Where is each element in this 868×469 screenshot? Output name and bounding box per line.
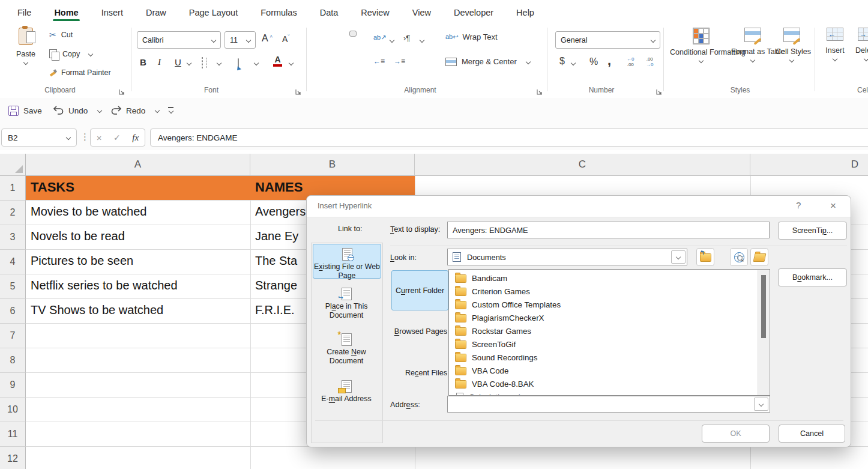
row-header-2[interactable]: 2 xyxy=(0,201,26,225)
reading-order-chevron[interactable] xyxy=(420,38,424,43)
file-list-item[interactable]: PlagiarismCheckerX xyxy=(449,311,770,324)
cell-b6[interactable]: F.R.I.E. xyxy=(255,303,295,317)
file-list-item[interactable]: Criterion Games xyxy=(449,285,770,298)
column-header-a[interactable]: A xyxy=(26,154,250,176)
format-as-table-chevron[interactable] xyxy=(750,58,755,62)
sidebar-item-existing-file[interactable]: Existing File or Web Page xyxy=(313,244,381,279)
bookmark-button[interactable]: Bookmark... xyxy=(778,268,847,286)
row-header-12[interactable]: 12 xyxy=(0,447,26,469)
look-in-chevron[interactable] xyxy=(671,250,686,264)
scrollbar-thumb[interactable] xyxy=(761,275,766,338)
sidebar-item-email-address[interactable]: E-mail Address xyxy=(313,380,380,404)
font-color-button[interactable]: A xyxy=(273,55,282,67)
decrease-indent-button[interactable]: ←≡ xyxy=(373,57,385,65)
decrease-decimal-button[interactable]: .00→0 xyxy=(646,57,653,68)
merge-center-chevron[interactable] xyxy=(526,59,531,64)
accounting-format-chevron[interactable] xyxy=(571,61,576,65)
row-header-11[interactable]: 11 xyxy=(0,422,26,447)
tab-formulas[interactable]: Formulas xyxy=(251,2,306,22)
cell-a1[interactable]: TASKS xyxy=(31,180,74,195)
number-format-chevron[interactable] xyxy=(651,37,656,42)
percent-style-button[interactable]: % xyxy=(589,56,598,67)
row-header-9[interactable]: 9 xyxy=(0,373,26,398)
cell-b3[interactable]: Jane Ey xyxy=(255,229,298,243)
ok-button[interactable]: OK xyxy=(702,425,770,443)
close-icon[interactable]: × xyxy=(830,200,836,212)
underline-button[interactable]: U xyxy=(175,57,181,67)
confirm-entry-icon[interactable]: ✓ xyxy=(113,133,121,142)
tab-developer[interactable]: Developer xyxy=(444,2,503,22)
decrease-font-size-button[interactable]: Aˇ xyxy=(282,34,290,44)
tab-review[interactable]: Review xyxy=(351,2,399,22)
sidebar-item-place-in-document[interactable]: ↪ Place in This Document xyxy=(313,288,380,320)
orientation-dropdown-chevron[interactable] xyxy=(390,38,394,43)
row-header-3[interactable]: 3 xyxy=(0,225,26,250)
borders-dropdown-chevron[interactable] xyxy=(217,61,222,65)
increase-indent-button[interactable]: →≡ xyxy=(394,57,405,65)
delete-cells-button[interactable]: → Delete xyxy=(852,28,868,61)
column-header-c[interactable]: C xyxy=(415,154,750,176)
row-header-8[interactable]: 8 xyxy=(0,348,26,373)
paste-button[interactable]: Paste xyxy=(11,28,41,64)
cell-b1[interactable]: NAMES xyxy=(255,180,303,195)
font-dialog-launcher[interactable] xyxy=(295,86,301,97)
recent-files-button[interactable]: Recent Files xyxy=(391,369,447,377)
tab-insert[interactable]: Insert xyxy=(92,2,133,22)
help-icon[interactable]: ? xyxy=(796,200,801,210)
align-bottom-button-selected[interactable] xyxy=(349,31,357,37)
tab-page-layout[interactable]: Page Layout xyxy=(179,2,247,22)
format-as-table-button[interactable]: Format as Table xyxy=(731,28,774,62)
redo-button[interactable]: Redo xyxy=(110,105,159,116)
underline-dropdown-chevron[interactable] xyxy=(187,61,191,65)
cell-styles-chevron[interactable] xyxy=(789,58,794,62)
screentip-button[interactable]: ScreenTip... xyxy=(778,222,847,240)
cell-a6[interactable]: TV Shows to be watched xyxy=(31,303,163,317)
alignment-dialog-launcher[interactable] xyxy=(537,86,543,97)
undo-button[interactable]: Undo xyxy=(53,105,101,116)
font-name-combobox[interactable]: Calibri xyxy=(137,31,221,49)
cell-a5[interactable]: Netflix series to be watched xyxy=(31,279,178,292)
file-list-item-partial[interactable]: Calculations.xlsx xyxy=(449,390,770,396)
accounting-format-button[interactable]: $ xyxy=(559,56,565,67)
file-list-item[interactable]: Rockstar Games xyxy=(449,324,770,337)
row-header-5[interactable]: 5 xyxy=(0,274,26,299)
file-list-item[interactable]: Sound Recordings xyxy=(449,351,770,364)
cancel-button[interactable]: Cancel xyxy=(779,425,845,443)
tab-view[interactable]: View xyxy=(403,2,441,22)
save-button[interactable]: Save xyxy=(8,106,42,116)
bold-button[interactable]: B xyxy=(140,57,146,67)
file-list-scrollbar[interactable] xyxy=(758,270,769,396)
comma-style-button[interactable]: , xyxy=(607,53,611,68)
customize-toolbar-button[interactable] xyxy=(168,107,173,113)
text-to-display-input[interactable]: Avengers: ENDGAME xyxy=(447,222,770,238)
row-header-10[interactable]: 10 xyxy=(0,398,26,422)
file-list-item[interactable]: VBA Code xyxy=(449,364,770,377)
name-box-chevron[interactable] xyxy=(66,135,71,140)
paste-dropdown-chevron[interactable] xyxy=(23,60,28,65)
file-list-item[interactable]: Custom Office Templates xyxy=(449,298,770,311)
cell-a2[interactable]: Movies to be watched xyxy=(31,205,146,219)
font-name-chevron[interactable] xyxy=(211,37,216,42)
cell-styles-button[interactable]: Cell Styles xyxy=(776,28,808,62)
cancel-entry-icon[interactable]: × xyxy=(97,133,102,143)
number-dialog-launcher[interactable] xyxy=(656,86,662,97)
name-box[interactable]: B2 xyxy=(1,129,77,147)
delete-cells-chevron[interactable] xyxy=(864,56,868,61)
formula-bar-splitter[interactable]: ⋮ xyxy=(80,132,89,142)
clipboard-dialog-launcher[interactable] xyxy=(119,86,125,97)
tab-home[interactable]: Home xyxy=(44,2,88,22)
increase-decimal-button[interactable]: ←0.00 xyxy=(627,57,634,68)
row-header-6[interactable]: 6 xyxy=(0,299,26,324)
tab-file[interactable]: File xyxy=(8,2,41,22)
formula-input[interactable]: Avengers: ENDGAME xyxy=(150,129,868,147)
tab-draw[interactable]: Draw xyxy=(136,2,176,22)
borders-button[interactable] xyxy=(202,58,203,68)
select-all-corner[interactable] xyxy=(0,154,26,176)
row-header-4[interactable]: 4 xyxy=(0,250,26,274)
reading-order-button[interactable]: ›¶ xyxy=(403,34,410,43)
sidebar-item-create-new-document[interactable]: * Create New Document xyxy=(313,333,380,366)
insert-cells-chevron[interactable] xyxy=(833,56,837,61)
redo-dropdown-chevron[interactable] xyxy=(155,108,160,113)
tab-help[interactable]: Help xyxy=(507,2,544,22)
copy-dropdown-chevron[interactable] xyxy=(88,51,93,56)
